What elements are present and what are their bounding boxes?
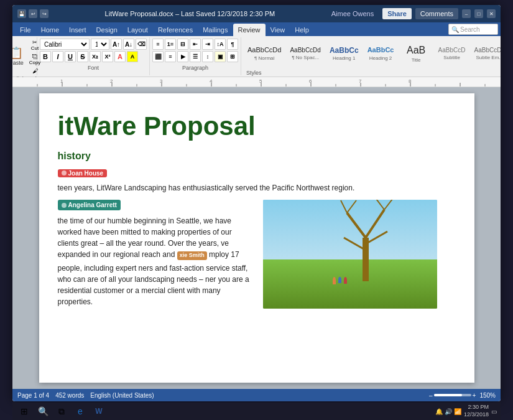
svg-text:7: 7 bbox=[359, 78, 362, 84]
ruler-svg: 1 2 3 4 5 6 7 8 bbox=[12, 77, 501, 86]
tab-file[interactable]: File bbox=[15, 24, 36, 36]
page-info: Page 1 of 4 bbox=[17, 392, 49, 399]
minimize-button[interactable]: – bbox=[462, 9, 471, 18]
style-heading2-preview: AaBbCc bbox=[367, 46, 394, 54]
cut-icon: ✂ bbox=[32, 39, 37, 45]
text-color-button[interactable]: A bbox=[114, 51, 126, 62]
style-title[interactable]: AaB Title bbox=[399, 39, 433, 68]
taskbar-time: 2:30 PM bbox=[464, 404, 489, 411]
cut-button[interactable]: ✂Cut bbox=[27, 39, 43, 52]
taskbar-cortana-button[interactable]: 🔍 bbox=[35, 404, 51, 418]
annotation-dot-2 bbox=[62, 203, 67, 208]
annotation-xie-smith[interactable]: xie Smith bbox=[177, 251, 207, 260]
paste-button[interactable]: 📋 Paste bbox=[12, 40, 26, 73]
style-heading1[interactable]: AaBbCc Heading 1 bbox=[326, 39, 363, 68]
svg-line-30 bbox=[344, 238, 366, 250]
search-placeholder: Search bbox=[460, 26, 480, 33]
style-subtle-em-preview: AaBbCcDd bbox=[474, 47, 501, 54]
tab-mailings[interactable]: Mailings bbox=[198, 24, 233, 36]
style-normal-label: ¶ Normal bbox=[254, 55, 274, 61]
svg-line-35 bbox=[384, 200, 392, 210]
landscape-image bbox=[263, 200, 437, 309]
share-button[interactable]: Share bbox=[382, 8, 412, 19]
title-bar-left-icons[interactable]: 💾 ↩ ↪ bbox=[17, 9, 49, 18]
tab-insert[interactable]: Insert bbox=[64, 24, 91, 36]
undo-icon[interactable]: ↩ bbox=[29, 9, 37, 18]
comments-button[interactable]: Comments bbox=[415, 8, 458, 19]
font-size-selector[interactable]: 12 bbox=[91, 39, 109, 50]
svg-line-28 bbox=[347, 213, 366, 238]
tab-help[interactable]: Help bbox=[290, 24, 314, 36]
highlight-color-button[interactable]: A bbox=[127, 51, 138, 62]
svg-text:2: 2 bbox=[110, 78, 113, 84]
redo-icon[interactable]: ↪ bbox=[40, 9, 49, 18]
decrease-indent-button[interactable]: ⇤ bbox=[190, 39, 201, 50]
maximize-button[interactable]: □ bbox=[474, 9, 483, 18]
format-painter-button[interactable]: 🖌 bbox=[27, 67, 43, 75]
svg-text:5: 5 bbox=[259, 78, 262, 84]
close-button[interactable]: ✕ bbox=[487, 9, 496, 18]
taskbar-show-desktop[interactable]: ▭ bbox=[491, 408, 497, 415]
font-family-selector[interactable]: Calibri bbox=[40, 39, 90, 50]
taskbar-task-view-button[interactable]: ⧉ bbox=[53, 404, 70, 418]
tab-references[interactable]: References bbox=[153, 24, 198, 36]
style-normal[interactable]: AaBbCcDd ¶ Normal bbox=[244, 39, 285, 68]
style-subtle-em-label: Subtle Em... bbox=[476, 55, 501, 60]
tab-home[interactable]: Home bbox=[36, 24, 64, 36]
svg-line-32 bbox=[341, 200, 347, 213]
svg-text:1: 1 bbox=[60, 78, 63, 84]
shrink-font-button[interactable]: A↓ bbox=[123, 39, 134, 50]
taskbar-ie-button[interactable]: e bbox=[72, 404, 88, 418]
show-hide-button[interactable]: ¶ bbox=[227, 39, 238, 50]
taskbar-word-button[interactable]: W bbox=[91, 404, 107, 418]
zoom-slider[interactable] bbox=[434, 394, 471, 396]
tab-review[interactable]: Review bbox=[233, 24, 266, 36]
justify-button[interactable]: ☰ bbox=[190, 51, 201, 62]
quick-save-icon[interactable]: 💾 bbox=[17, 9, 26, 18]
styles-group-label: Styles bbox=[246, 70, 262, 76]
annotation1-container: Joan House bbox=[58, 167, 437, 180]
subscript-button[interactable]: X₂ bbox=[90, 51, 101, 62]
annotation-joan-house[interactable]: Joan House bbox=[58, 169, 108, 177]
align-left-button[interactable]: ⬛ bbox=[152, 51, 164, 62]
search-box[interactable]: 🔍 Search bbox=[448, 24, 498, 35]
font-group: Calibri 12 A↑ A↓ ⌫ B I U S X₂ X² A A Fon… bbox=[37, 37, 150, 75]
superscript-button[interactable]: X² bbox=[102, 51, 113, 62]
style-title-label: Title bbox=[412, 57, 421, 63]
strikethrough-button[interactable]: S bbox=[77, 51, 88, 62]
clear-format-button[interactable]: ⌫ bbox=[136, 39, 147, 50]
style-heading2[interactable]: AaBbCc Heading 2 bbox=[364, 39, 398, 68]
svg-text:6: 6 bbox=[309, 78, 312, 84]
bullets-button[interactable]: ≡ bbox=[152, 39, 164, 50]
style-subtitle[interactable]: AaBbCcD Subtitle bbox=[435, 39, 469, 68]
style-subtle-em[interactable]: AaBbCcDd Subtle Em... bbox=[470, 39, 501, 68]
word-count: 452 words bbox=[55, 392, 84, 399]
borders-button[interactable]: ⊞ bbox=[227, 51, 238, 62]
sort-button[interactable]: ↕A bbox=[215, 39, 226, 50]
language-info: English (United States) bbox=[90, 392, 154, 399]
shading-button[interactable]: ▣ bbox=[215, 51, 226, 62]
zoom-control[interactable]: – + 150% bbox=[429, 392, 496, 399]
zoom-in-icon[interactable]: + bbox=[473, 392, 476, 399]
zoom-out-icon[interactable]: – bbox=[429, 392, 433, 399]
multilevel-button[interactable]: ⊟ bbox=[177, 39, 188, 50]
tab-layout[interactable]: Layout bbox=[122, 24, 153, 36]
tab-view[interactable]: View bbox=[266, 24, 290, 36]
style-no-spacing-label: ¶ No Spac... bbox=[292, 55, 319, 60]
line-spacing-button[interactable]: ↕ bbox=[202, 51, 213, 62]
italic-button[interactable]: I bbox=[52, 51, 63, 62]
grow-font-button[interactable]: A↑ bbox=[111, 39, 122, 50]
underline-button[interactable]: U bbox=[65, 51, 76, 62]
tab-design[interactable]: Design bbox=[91, 24, 122, 36]
copy-button[interactable]: ⿻Copy bbox=[27, 53, 43, 66]
style-subtitle-preview: AaBbCcD bbox=[438, 47, 466, 54]
style-no-spacing-preview: AaBbCcDd bbox=[290, 47, 320, 54]
taskbar-clock[interactable]: 2:30 PM 12/3/2018 bbox=[464, 404, 489, 418]
taskbar-start-button[interactable]: ⊞ bbox=[16, 404, 32, 418]
annotation-angelina[interactable]: Angelina Garrett bbox=[58, 200, 121, 210]
increase-indent-button[interactable]: ⇥ bbox=[202, 39, 213, 50]
numbering-button[interactable]: 1≡ bbox=[165, 39, 176, 50]
align-center-button[interactable]: ≡ bbox=[165, 51, 176, 62]
align-right-button[interactable]: ▶ bbox=[177, 51, 188, 62]
style-no-spacing[interactable]: AaBbCcDd ¶ No Spac... bbox=[286, 39, 324, 68]
